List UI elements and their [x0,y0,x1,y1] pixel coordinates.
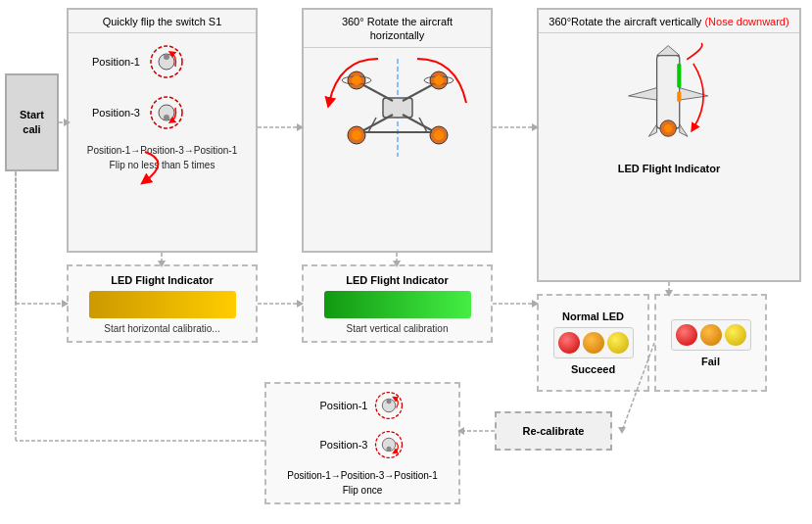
svg-point-24 [434,130,444,140]
pos-flip-pos1-label: Position-1 [320,400,368,411]
start-cali-box: Start cali [5,73,59,171]
svg-rect-7 [383,98,412,118]
step-box-1: Quickly flip the switch S1 Position-1 [67,8,258,253]
led-box2-sub: Start vertical calibration [347,323,449,334]
led-fail-lamp-yellow [725,324,746,346]
svg-marker-28 [648,124,656,136]
position1-label: Position-1 [92,56,140,68]
svg-point-22 [434,75,444,85]
svg-point-33 [664,124,672,132]
svg-point-5 [164,115,169,120]
led-fail-lamp-orange [700,324,722,346]
start-cali-label: Start cali [20,108,44,138]
pos-flip-sub: Position-1→Position-3→Position-1 Flip on… [287,468,437,498]
svg-rect-34 [677,92,681,102]
recalibrate-box[interactable]: Re-calibrate [495,411,612,451]
led-indicator-box1: LED Flight Indicator Start horizontal ca… [67,264,258,343]
svg-marker-61 [618,427,626,434]
svg-marker-27 [657,46,680,56]
box2-inner [304,48,491,167]
result-succeed-box: Normal LED Succeed [537,294,649,392]
pos-flip-pos1-row: Position-1 [320,390,406,421]
pos-flip-pos3-row: Position-3 [320,429,406,460]
position-flip-bottom-box: Position-1 Position-3 [264,382,460,504]
led-lamps-succeed [553,327,634,358]
succeed-led-label: Normal LED [562,310,624,322]
drone-icon [319,54,476,162]
svg-point-40 [387,446,392,451]
result-fail-box: Fail [654,294,767,392]
box2-title: 360° Rotate the aircrafthorizontally [304,10,491,48]
led-box1-sub: Start horizontal calibratio... [104,323,219,334]
aircraft-vertical-icon [620,39,718,157]
svg-marker-30 [629,88,657,100]
step-box-2: 360° Rotate the aircrafthorizontally [302,8,493,253]
led-bar-yellow [89,291,236,318]
svg-point-2 [164,54,169,60]
svg-rect-26 [677,64,681,88]
box3-inner: LED Flight Indicator [539,33,799,180]
box1-sub: Position-1→Position-3→Position-1 Flip no… [87,143,237,172]
led-bar-green [324,291,471,318]
switch-flip-icon-1 [373,390,405,421]
step-box-3: 360°Rotate the aircraft vertically (Nose… [537,8,801,282]
position3-row: Position-3 [74,94,250,131]
position1-row: Position-1 [74,43,250,80]
position3-label: Position-3 [92,107,140,119]
led-fail-lamp-red [676,324,697,346]
switch-flip-icon-3 [373,429,405,460]
canvas: Start cali Quickly flip the switch S1 Po… [0,0,812,524]
fail-label: Fail [701,356,720,367]
led-lamps-fail [671,319,751,351]
svg-point-37 [387,399,392,404]
svg-point-23 [352,130,361,140]
led-lamp-yellow [607,332,629,354]
led-flight-label-3: LED Flight Indicator [618,163,721,174]
led-box1-label: LED Flight Indicator [111,274,214,286]
box1-title: Quickly flip the switch S1 [69,10,256,33]
recalib-label: Re-calibrate [523,425,585,437]
switch-icon-3 [148,94,185,131]
box1-inner: Position-1 Position-3 [69,33,256,178]
box3-title: 360°Rotate the aircraft vertically (Nose… [539,10,799,33]
led-indicator-box2: LED Flight Indicator Start vertical cali… [302,264,493,343]
led-lamp-orange [583,332,604,354]
succeed-label: Succeed [571,363,615,375]
svg-point-21 [352,75,361,85]
led-lamp-red [558,332,580,354]
led-box2-label: LED Flight Indicator [346,274,449,286]
svg-marker-29 [680,124,688,136]
box3-red: (Nose downward) [704,16,788,27]
svg-rect-25 [657,56,680,128]
pos-flip-pos3-label: Position-3 [320,439,368,451]
switch-icon-1 [148,43,185,80]
